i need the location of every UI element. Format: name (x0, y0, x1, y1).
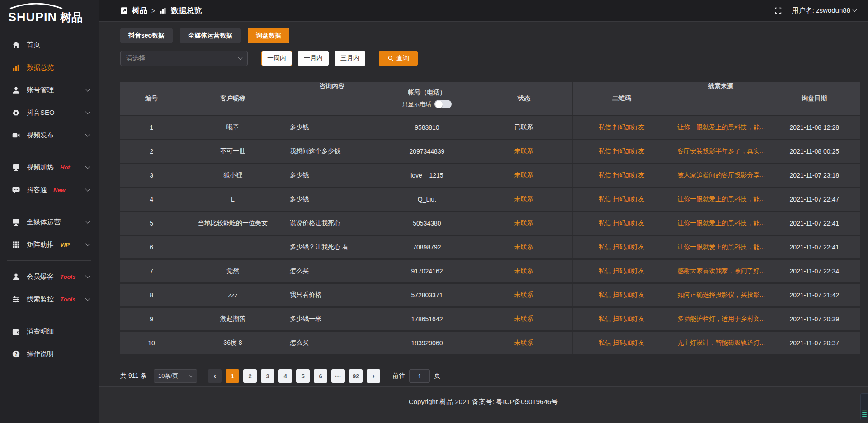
tab-inquiry-data[interactable]: 询盘数据 (248, 28, 289, 43)
sidebar-item-账号管理[interactable]: 账号管理 (0, 79, 99, 101)
sidebar-item-操作说明[interactable]: ?操作说明 (0, 343, 99, 365)
sidebar-item-视频加热[interactable]: 视频加热Hot (0, 156, 99, 179)
breadcrumb-item-page: 数据总览 (171, 5, 202, 16)
period-one-month-button[interactable]: 一月内 (298, 51, 329, 66)
cell-nickname: 狐小狸 (183, 164, 283, 187)
floating-widget[interactable] (860, 393, 868, 420)
page-button-1[interactable]: 1 (226, 369, 239, 383)
page-button-92[interactable]: 92 (349, 369, 363, 383)
source-link[interactable]: 无主灯设计，智能磁吸轨道灯... (670, 332, 769, 354)
sidebar-item-数据总览[interactable]: 数据总览 (0, 56, 99, 79)
cell-nickname (183, 236, 283, 258)
goto-page-input[interactable] (409, 369, 430, 383)
sidebar-item-全媒体运营[interactable]: 全媒体运营 (0, 211, 99, 233)
qrcode-link[interactable]: 私信 扫码加好友 (573, 164, 670, 187)
sidebar-divider (7, 315, 91, 315)
cell-account: love__1215 (379, 164, 476, 187)
sidebar-item-label: 首页 (27, 41, 40, 49)
source-link[interactable]: 感谢大家喜欢我家，被问了好... (670, 260, 769, 282)
page-button-5[interactable]: 5 (296, 369, 310, 383)
page-size-value: 10条/页 (158, 372, 178, 380)
cell-date: 2021-11-07 21:42 (769, 284, 860, 306)
tab-omnimedia-data[interactable]: 全媒体运营数据 (180, 28, 241, 43)
sidebar-item-线索监控[interactable]: 线索监控Tools (0, 288, 99, 310)
cell-status: 未联系 (475, 188, 573, 211)
chevron-down-icon (85, 164, 90, 169)
table-row: 6多少钱？让我死心 看70898792未联系私信 扫码加好友让你一眼就爱上的黑科… (120, 236, 860, 260)
table-body: 1哦章多少钱9583810已联系私信 扫码加好友让你一眼就爱上的黑科技，能...… (120, 116, 860, 356)
table-row: 3狐小狸多少钱love__1215未联系私信 扫码加好友被大家追着问的客厅投影分… (120, 164, 860, 188)
pagination: 共 911 条 10条/页 ‹ 123456•••92 › 前往 页 (120, 369, 860, 383)
sidebar-item-矩阵助推[interactable]: 矩阵助推VIP (0, 233, 99, 256)
cell-date: 2021-11-07 20:37 (769, 332, 860, 354)
cell-content: 我想问这个多少钱 (283, 140, 379, 163)
sidebar-item-首页[interactable]: 首页 (0, 33, 99, 56)
bar-chart-icon (12, 63, 20, 72)
qrcode-link[interactable]: 私信 扫码加好友 (573, 116, 670, 139)
query-button[interactable]: 查询 (379, 51, 418, 66)
source-link[interactable]: 如何正确选择投影仪，买投影... (670, 284, 769, 306)
cell-id: 6 (120, 236, 183, 258)
pagination-ellipsis[interactable]: ••• (331, 369, 345, 383)
phone-only-label: 只显示电话 (402, 100, 431, 108)
sidebar-item-label: 操作说明 (27, 350, 54, 358)
bar-chart-icon (159, 7, 167, 14)
cell-id: 2 (120, 140, 183, 163)
sidebar-divider (7, 260, 91, 261)
page-button-3[interactable]: 3 (261, 369, 274, 383)
sidebar-item-label: 视频发布 (27, 131, 54, 140)
sidebar-item-视频发布[interactable]: 视频发布 (0, 124, 99, 146)
qrcode-link[interactable]: 私信 扫码加好友 (573, 284, 670, 306)
cell-nickname: 不可一世 (183, 140, 283, 163)
qrcode-link[interactable]: 私信 扫码加好友 (573, 212, 670, 235)
page-button-6[interactable]: 6 (314, 369, 327, 383)
page-size-select[interactable]: 10条/页 (154, 369, 197, 383)
sidebar-divider (7, 206, 91, 206)
column-header-date: 询盘日期 (769, 82, 860, 115)
cell-status: 未联系 (475, 236, 573, 258)
phone-only-toggle[interactable] (434, 100, 452, 108)
source-link[interactable]: 让你一眼就爱上的黑科技，能... (670, 116, 769, 139)
sidebar-item-消费明细[interactable]: 消费明细 (0, 320, 99, 343)
chevron-down-icon (85, 296, 90, 301)
next-page-button[interactable]: › (367, 369, 380, 383)
qrcode-link[interactable]: 私信 扫码加好友 (573, 140, 670, 163)
wallet-icon (12, 327, 20, 336)
fullscreen-icon[interactable] (774, 7, 782, 14)
source-link[interactable]: 客厅安装投影半年多了，真实... (670, 140, 769, 163)
source-link[interactable]: 让你一眼就爱上的黑科技，能... (670, 188, 769, 211)
goto-suffix-label: 页 (434, 372, 440, 380)
period-one-week-button[interactable]: 一周内 (261, 51, 292, 66)
user-menu[interactable]: 用户名: zswodun88 (792, 6, 856, 15)
qrcode-link[interactable]: 私信 扫码加好友 (573, 332, 670, 354)
page-button-2[interactable]: 2 (243, 369, 257, 383)
page-button-4[interactable]: 4 (278, 369, 292, 383)
qrcode-link[interactable]: 私信 扫码加好友 (573, 236, 670, 258)
cell-content: 我只看价格 (283, 284, 379, 306)
cell-id: 1 (120, 116, 183, 139)
cell-content: 多少钱一米 (283, 308, 379, 330)
sidebar-item-label: 抖音SEO (27, 108, 55, 117)
account-select[interactable]: 请选择 (120, 51, 248, 66)
qrcode-link[interactable]: 私信 扫码加好友 (573, 188, 670, 211)
breadcrumb-item-brand[interactable]: 树品 (132, 5, 147, 16)
cell-nickname: L (183, 188, 283, 211)
sidebar-item-抖客通[interactable]: 抖客通New (0, 179, 99, 201)
cell-nickname: zzz (183, 284, 283, 306)
toggle-knob (435, 101, 443, 108)
sidebar-item-label: 矩阵助推 (27, 240, 54, 249)
sidebar-item-会员爆客[interactable]: 会员爆客Tools (0, 265, 99, 288)
tab-douyin-seo-data[interactable]: 抖音seo数据 (120, 28, 173, 43)
period-three-months-button[interactable]: 三月内 (335, 51, 365, 66)
prev-page-button[interactable]: ‹ (208, 369, 222, 383)
qrcode-link[interactable]: 私信 扫码加好友 (573, 260, 670, 282)
user-icon (12, 86, 20, 94)
sidebar-item-抖音SEO[interactable]: 抖音SEO (0, 101, 99, 124)
table-row: 8zzz我只看价格572803371未联系私信 扫码加好友如何正确选择投影仪，买… (120, 284, 860, 308)
source-link[interactable]: 让你一眼就爱上的黑科技，能... (670, 212, 769, 235)
source-link[interactable]: 多功能护栏灯，适用于乡村文... (670, 308, 769, 330)
cell-status: 未联系 (475, 140, 573, 163)
source-link[interactable]: 让你一眼就爱上的黑科技，能... (670, 236, 769, 258)
source-link[interactable]: 被大家追着问的客厅投影分享... (670, 164, 769, 187)
qrcode-link[interactable]: 私信 扫码加好友 (573, 308, 670, 330)
